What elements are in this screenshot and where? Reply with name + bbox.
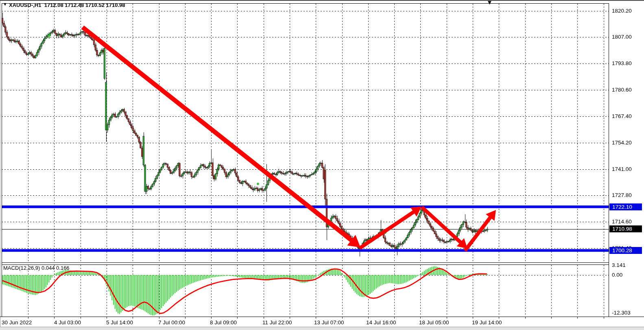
chart-window: ▼ XAUUSD-,H1 1712.08 1712.48 1710.52 171… [0,0,644,330]
price-chart-canvas[interactable] [0,0,644,330]
